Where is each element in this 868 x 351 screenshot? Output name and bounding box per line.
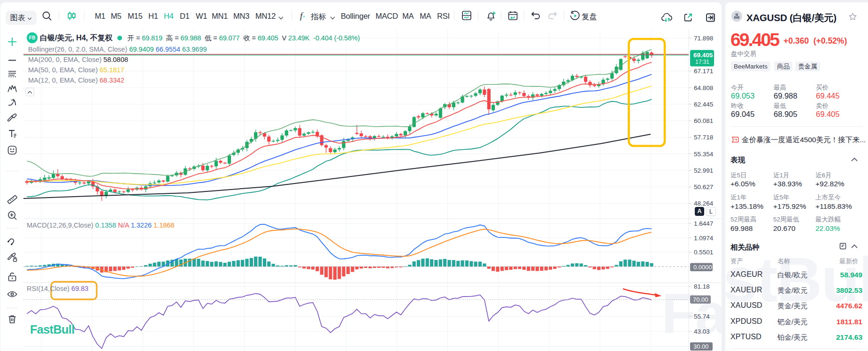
svg-text:71.898: 71.898 [694, 35, 713, 42]
svg-text:0.0000: 0.0000 [693, 264, 712, 271]
svg-text:81.18: 81.18 [694, 283, 710, 290]
svg-text:57.718: 57.718 [694, 134, 713, 141]
svg-text:69.405: 69.405 [693, 52, 713, 59]
svg-text:64.808: 64.808 [694, 84, 713, 92]
svg-text:60.081: 60.081 [694, 117, 713, 124]
svg-text:30.00: 30.00 [693, 343, 709, 350]
svg-text:55.354: 55.354 [694, 151, 714, 158]
svg-text:0.5501: 0.5501 [694, 249, 713, 256]
svg-text:43.03: 43.03 [694, 328, 710, 335]
svg-text:70.00: 70.00 [693, 296, 708, 303]
svg-text:52.991: 52.991 [694, 167, 713, 174]
svg-text:50.627: 50.627 [694, 183, 713, 191]
svg-text:67.171: 67.171 [694, 68, 713, 75]
svg-text:17:31: 17:31 [695, 59, 709, 65]
svg-text:1.0974: 1.0974 [694, 235, 714, 242]
svg-text:1.6447: 1.6447 [694, 220, 713, 227]
svg-text:55.74: 55.74 [694, 313, 710, 320]
svg-text:62.445: 62.445 [694, 101, 713, 108]
svg-text:48.264: 48.264 [694, 200, 714, 207]
